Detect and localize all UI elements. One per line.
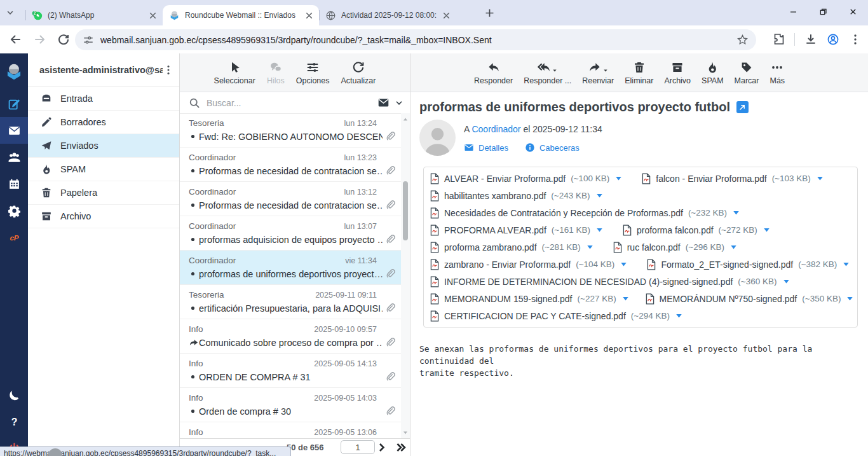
attachment-name[interactable]: ruc falcon.pdf xyxy=(627,242,681,252)
tab-search-chevron-icon[interactable] xyxy=(6,8,15,17)
close-window-button[interactable] xyxy=(838,0,868,23)
reload-icon[interactable] xyxy=(57,33,70,46)
attachment-name[interactable]: zambrano - Enviar Proforma.pdf xyxy=(444,259,571,270)
attachment-name[interactable]: proforma falcon.pdf xyxy=(637,225,714,235)
back-icon[interactable] xyxy=(9,33,22,46)
new-tab-icon[interactable] xyxy=(484,8,495,18)
message-row[interactable]: Coordinador lun 13:23 Proformas de neces… xyxy=(180,148,401,182)
header-action-link[interactable]: Cabeceras xyxy=(525,142,580,153)
minimize-button[interactable] xyxy=(778,0,808,23)
rail-bottom-item[interactable] xyxy=(0,382,28,408)
attachment-menu-caret-icon[interactable] xyxy=(729,243,738,251)
attachment-menu-caret-icon[interactable] xyxy=(782,277,790,286)
message-row[interactable]: Info 2025-09-05 14:13 ORDEN DE COMPRA # … xyxy=(180,354,401,388)
dropdown-caret-icon[interactable] xyxy=(552,68,557,73)
address-bar[interactable]: webmail.sanjuan.gob.ec/cpsess4895969315/… xyxy=(75,29,756,50)
attachment-name[interactable]: MEMORANDUM 159-signed.pdf xyxy=(444,294,573,304)
search-input[interactable] xyxy=(205,97,372,109)
folder-item[interactable]: Borradores xyxy=(28,111,179,134)
forward-nav-icon[interactable] xyxy=(34,33,46,46)
page-number-input[interactable] xyxy=(341,440,375,454)
message-toolbar-button[interactable]: SPAM xyxy=(702,60,724,85)
attachment-name[interactable]: proforma zambrano.pdf xyxy=(444,242,537,252)
folder-item[interactable]: Archivo xyxy=(28,205,179,228)
site-info-tune-icon[interactable] xyxy=(83,34,94,46)
folder-item[interactable]: Papelera xyxy=(28,181,179,205)
open-in-new-window-button[interactable] xyxy=(736,101,749,113)
attachment-menu-caret-icon[interactable] xyxy=(675,312,683,320)
message-row[interactable]: Tesoreria 2025-09-11 09:11 ertificación … xyxy=(180,285,401,319)
account-menu-kebab-icon[interactable] xyxy=(163,64,174,76)
message-toolbar-button[interactable]: Eliminar xyxy=(625,60,653,85)
message-toolbar-button[interactable]: Marcar xyxy=(735,60,759,85)
rail-item[interactable] xyxy=(0,53,28,90)
tab-close-icon[interactable] xyxy=(303,10,315,22)
search-options-chevron-icon[interactable] xyxy=(395,99,403,107)
attachment-menu-caret-icon[interactable] xyxy=(595,191,604,200)
list-toolbar-button[interactable]: Actualizar xyxy=(341,60,376,85)
message-toolbar-button[interactable]: Responder xyxy=(474,60,513,85)
message-toolbar-button[interactable]: Más xyxy=(770,60,785,85)
message-row[interactable]: Coordinador lun 13:07 proformas adquisic… xyxy=(180,216,401,251)
folder-item[interactable]: Enviados xyxy=(28,134,179,158)
rail-item[interactable]: cP xyxy=(0,224,28,251)
rail-bottom-item[interactable]: ? xyxy=(0,408,28,435)
rail-item[interactable] xyxy=(0,197,28,224)
attachment-menu-caret-icon[interactable] xyxy=(614,174,623,183)
message-toolbar-button[interactable]: Archivo xyxy=(664,60,691,85)
message-row[interactable]: Info 2025-09-05 13:06 xyxy=(180,422,401,439)
message-row[interactable]: Info 2025-09-10 09:57 Comunicado sobre p… xyxy=(180,319,401,354)
attachment-menu-caret-icon[interactable] xyxy=(842,260,850,268)
attachment-menu-caret-icon[interactable] xyxy=(763,226,771,234)
header-action-link[interactable]: Detalles xyxy=(464,142,508,153)
message-row[interactable]: Coordinador vie 11:34 proformas de unifo… xyxy=(180,251,401,285)
attachment-name[interactable]: habilitantes xambrano.pdf xyxy=(444,191,546,201)
message-toolbar-button[interactable]: Responder ... xyxy=(524,60,571,85)
tab-close-icon[interactable] xyxy=(440,10,452,22)
message-row[interactable]: Info 2025-09-05 14:03 Orden de compra # … xyxy=(180,388,401,422)
attachment-menu-caret-icon[interactable] xyxy=(586,243,594,251)
attachment-name[interactable]: ALVEAR - Enviar Proforma.pdf xyxy=(444,174,566,184)
attachment-name[interactable]: Formato_2_ET-signed-signed.pdf xyxy=(661,259,793,270)
scrollbar-down-icon[interactable] xyxy=(402,429,409,436)
message-row[interactable]: Coordinador lun 13:12 Proformas de neces… xyxy=(180,182,401,216)
folder-item[interactable]: Entrada xyxy=(28,87,179,111)
browser-menu-kebab-icon[interactable] xyxy=(849,33,862,46)
attachment-menu-caret-icon[interactable] xyxy=(732,209,740,217)
profile-icon[interactable] xyxy=(827,33,839,46)
attachment-name[interactable]: falcon - Enviar Proforma.pdf xyxy=(656,174,766,184)
rail-item[interactable] xyxy=(0,170,28,197)
dropdown-caret-icon[interactable] xyxy=(603,68,608,73)
rail-item[interactable] xyxy=(0,90,28,117)
scrollbar-up-icon[interactable] xyxy=(402,116,409,123)
attachment-menu-caret-icon[interactable] xyxy=(620,260,628,268)
browser-tab[interactable]: Roundcube Webmail :: Enviados xyxy=(163,5,319,25)
browser-tab[interactable]: 2 (2) WhatsApp xyxy=(25,5,163,25)
tab-close-icon[interactable] xyxy=(147,10,159,22)
attachment-menu-caret-icon[interactable] xyxy=(846,294,854,303)
downloads-icon[interactable] xyxy=(804,33,817,46)
attachment-menu-caret-icon[interactable] xyxy=(595,226,604,234)
attachment-name[interactable]: INFORME DE DETERMINACION DE NECESIDAD (4… xyxy=(444,277,733,287)
last-page-icon[interactable] xyxy=(395,442,406,453)
list-scrollbar[interactable] xyxy=(401,113,410,439)
recipient-link[interactable]: Coordinador xyxy=(471,124,520,134)
list-toolbar-button[interactable]: Seleccionar xyxy=(214,60,255,85)
attachment-name[interactable]: PROFORMA ALVEAR.pdf xyxy=(444,225,546,235)
attachment-menu-caret-icon[interactable] xyxy=(816,174,824,183)
next-page-icon[interactable] xyxy=(376,442,387,453)
attachment-name[interactable]: CERTIFICACION DE PAC Y CATE-signed.pdf xyxy=(444,311,626,321)
scrollbar-thumb[interactable] xyxy=(403,181,408,240)
rail-item[interactable] xyxy=(0,117,28,144)
message-toolbar-button[interactable]: Reenviar xyxy=(582,60,614,85)
attachment-name[interactable]: MEMORÁNDUM Nº750-signed.pdf xyxy=(660,294,797,304)
bookmark-star-icon[interactable] xyxy=(736,34,749,46)
list-toolbar-button[interactable]: Opciones xyxy=(296,60,330,85)
folder-item[interactable]: SPAM xyxy=(28,158,179,181)
search-scope-envelope-icon[interactable] xyxy=(377,97,390,109)
attachment-menu-caret-icon[interactable] xyxy=(621,294,630,303)
extensions-puzzle-icon[interactable] xyxy=(772,33,785,46)
attachment-name[interactable]: Necesidades de Contratación y Recepción … xyxy=(444,208,683,218)
list-toolbar-button[interactable]: Hilos xyxy=(267,60,285,85)
maximize-button[interactable] xyxy=(808,0,838,23)
